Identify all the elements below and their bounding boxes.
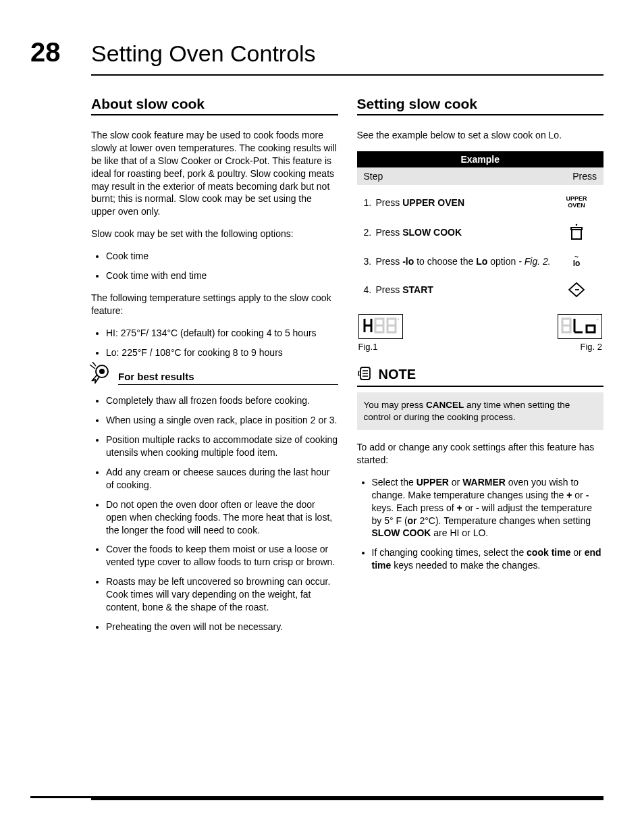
ribbon-icon xyxy=(86,362,113,386)
right-column: Setting slow cook See the example below … xyxy=(357,96,604,643)
list-item: Preheating the oven will not be necessar… xyxy=(106,621,338,633)
example-table: Example Step Press 1.Press UPPER OVEN UP… xyxy=(357,151,604,309)
setting-intro: See the example below to set a slow cook… xyxy=(357,129,604,142)
title-divider xyxy=(91,74,603,76)
list-item: Select the UPPER or WARMER oven you wish… xyxy=(372,476,604,540)
table-row: 1.Press UPPER OVEN UPPER OVEN xyxy=(357,189,604,216)
list-item: HI: 275°F/ 134°C (default) for cooking 4… xyxy=(106,327,338,340)
display-hi-icon xyxy=(358,314,403,339)
heading-setting-slow-cook: Setting slow cook xyxy=(357,96,604,115)
col-press-label: Press xyxy=(572,171,597,182)
left-column: About slow cook The slow cook feature ma… xyxy=(91,96,338,643)
temp-intro: The following temperature settings apply… xyxy=(91,292,338,317)
svg-rect-4 xyxy=(572,230,581,239)
svg-point-19 xyxy=(597,318,598,319)
col-step-label: Step xyxy=(364,171,383,182)
step-text: Press START xyxy=(376,284,433,295)
temps-list: HI: 275°F/ 134°C (default) for cooking 4… xyxy=(91,327,338,359)
about-intro: The slow cook feature may be used to coo… xyxy=(91,129,338,218)
list-item: Do not open the oven door often or leave… xyxy=(106,498,338,537)
page-title: Setting Oven Controls xyxy=(91,41,316,67)
svg-point-13 xyxy=(397,318,398,319)
table-row: 2.Press SLOW COOK xyxy=(357,216,604,249)
note-icon xyxy=(357,365,373,384)
lo-button-icon: ~ lo xyxy=(556,255,597,268)
list-item: Lo: 225°F / 108°C for cooking 8 to 9 hou… xyxy=(106,346,338,359)
page-number: 28 xyxy=(30,37,91,68)
table-row: 3.Press -lo to choose the Lo option - Fi… xyxy=(357,249,604,275)
svg-point-1 xyxy=(99,369,105,374)
footer-divider xyxy=(30,796,603,800)
heading-about-slow-cook: About slow cook xyxy=(91,96,338,115)
options-intro: Slow cook may be set with the following … xyxy=(91,228,338,240)
figure-1: Fig.1 xyxy=(358,314,403,352)
step-text: Press UPPER OVEN xyxy=(376,197,465,208)
best-results-heading: For best results xyxy=(118,371,194,382)
list-item: Add any cream or cheese sauces during th… xyxy=(106,466,338,492)
list-item: Roasts may be left uncovered so browning… xyxy=(106,575,338,614)
list-item: When using a single oven rack, place in … xyxy=(106,414,338,427)
best-results-list: Completely thaw all frozen foods before … xyxy=(91,394,338,633)
list-item: Cover the foods to keep them moist or us… xyxy=(106,543,338,569)
example-header: Example xyxy=(357,151,604,167)
list-item: Cook time with end time xyxy=(106,269,338,282)
note-body: You may press CANCEL any time when setti… xyxy=(357,392,604,430)
list-item: Completely thaw all frozen foods before … xyxy=(106,394,338,407)
table-row: 4.Press START xyxy=(357,275,604,305)
step-text: Press -lo to choose the Lo option - Fig.… xyxy=(376,256,551,267)
change-intro: To add or change any cook settings after… xyxy=(357,441,604,467)
svg-rect-18 xyxy=(587,325,595,332)
svg-point-2 xyxy=(576,224,578,226)
change-list: Select the UPPER or WARMER oven you wish… xyxy=(357,476,604,572)
upper-oven-button-icon: UPPER OVEN xyxy=(556,196,597,209)
start-icon xyxy=(556,282,597,298)
fig2-label: Fig. 2 xyxy=(558,342,602,352)
options-list: Cook time Cook time with end time xyxy=(91,250,338,282)
list-item: Position multiple racks to accommodate s… xyxy=(106,434,338,459)
slow-cook-icon xyxy=(556,223,597,242)
list-item: Cook time xyxy=(106,250,338,263)
note-heading: NOTE xyxy=(379,367,417,382)
display-lo-icon xyxy=(558,314,602,339)
fig1-label: Fig.1 xyxy=(358,342,403,352)
figure-2: Fig. 2 xyxy=(558,314,602,352)
list-item: If changing cooking times, select the co… xyxy=(372,546,604,572)
step-text: Press SLOW COOK xyxy=(376,227,462,238)
